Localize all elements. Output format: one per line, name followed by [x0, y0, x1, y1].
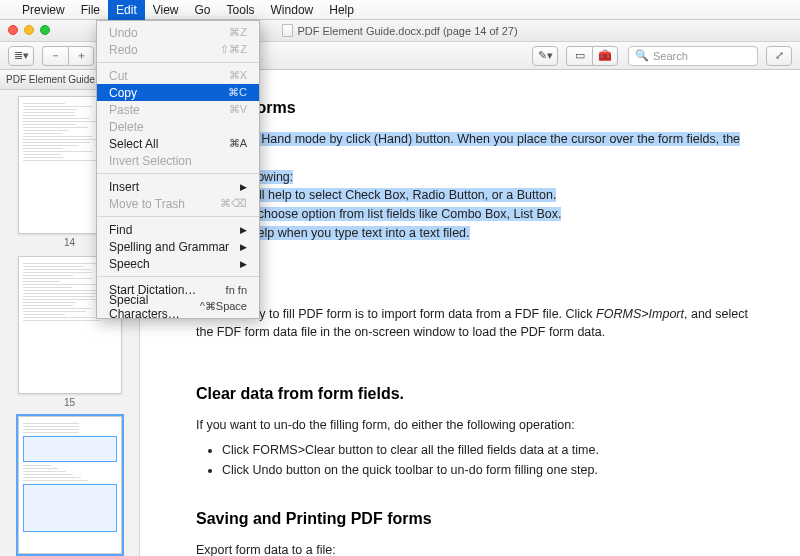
- zoom-window-button[interactable]: [40, 25, 50, 35]
- menu-item-find[interactable]: Find▶: [97, 221, 259, 238]
- menu-item-label: Spelling and Grammar: [109, 240, 229, 254]
- menubar: PreviewFileEditViewGoToolsWindowHelp: [0, 0, 800, 20]
- menu-item-label: Cut: [109, 69, 128, 83]
- menu-item-undo: Undo⌘Z: [97, 24, 259, 41]
- menu-item-spelling-and-grammar[interactable]: Spelling and Grammar▶: [97, 238, 259, 255]
- sidebar-toggle-button[interactable]: ≣▾: [8, 46, 34, 66]
- menu-item-label: Special Characters…: [109, 293, 200, 321]
- menu-item-label: Find: [109, 223, 132, 237]
- thumbnail-page-number: 14: [64, 237, 75, 248]
- menu-separator: [97, 62, 259, 63]
- menu-tools[interactable]: Tools: [219, 0, 263, 20]
- menu-help[interactable]: Help: [321, 0, 362, 20]
- menu-item-redo: Redo⇧⌘Z: [97, 41, 259, 58]
- search-placeholder: Search: [653, 50, 688, 62]
- menu-separator: [97, 276, 259, 277]
- menu-shortcut: ⌘C: [228, 86, 247, 99]
- menu-item-cut: Cut⌘X: [97, 67, 259, 84]
- menu-shortcut: ^⌘Space: [200, 300, 247, 313]
- menu-separator: [97, 173, 259, 174]
- bullet-list: Click FORMS>Clear button to clear all th…: [222, 441, 768, 480]
- paragraph: Export form data to a file:: [196, 541, 768, 556]
- menu-item-insert[interactable]: Insert▶: [97, 178, 259, 195]
- menu-item-speech[interactable]: Speech▶: [97, 255, 259, 272]
- thumbnail-page-16[interactable]: 16: [18, 416, 122, 556]
- menu-item-label: Speech: [109, 257, 150, 271]
- submenu-arrow-icon: ▶: [240, 259, 247, 269]
- menu-shortcut: fn fn: [226, 284, 247, 296]
- menu-shortcut: ⌘Z: [229, 26, 247, 39]
- list-item: Click Undo button on the quick toolbar t…: [222, 461, 768, 480]
- paragraph: , change to Hand mode by click (Hand) bu…: [196, 130, 768, 243]
- menu-item-label: Copy: [109, 86, 137, 100]
- paragraph: If you want to un-do the filling form, d…: [196, 416, 768, 435]
- submenu-arrow-icon: ▶: [240, 182, 247, 192]
- menu-item-label: Paste: [109, 103, 140, 117]
- zoom-out-button[interactable]: －: [42, 46, 68, 66]
- view-group: ≣▾: [8, 46, 34, 66]
- menu-item-label: Redo: [109, 43, 138, 57]
- menu-item-special-characters[interactable]: Special Characters…^⌘Space: [97, 298, 259, 315]
- annotate-button[interactable]: ✎▾: [532, 46, 558, 66]
- thumbnail-page-number: 15: [64, 397, 75, 408]
- menu-item-paste: Paste⌘V: [97, 101, 259, 118]
- menu-item-select-all[interactable]: Select All⌘A: [97, 135, 259, 152]
- window-title-text: PDF Element Guide.docx.pdf (page 14 of 2…: [297, 25, 517, 37]
- edit-menu-dropdown: Undo⌘ZRedo⇧⌘ZCut⌘XCopy⌘CPaste⌘VDeleteSel…: [96, 20, 260, 319]
- menu-go[interactable]: Go: [187, 0, 219, 20]
- menu-item-label: Invert Selection: [109, 154, 192, 168]
- menu-file[interactable]: File: [73, 0, 108, 20]
- menu-preview[interactable]: Preview: [14, 0, 73, 20]
- menu-shortcut: ⌘X: [229, 69, 247, 82]
- menu-item-label: Select All: [109, 137, 158, 151]
- highlight-button[interactable]: ▭: [566, 46, 592, 66]
- menu-shortcut: ⌘V: [229, 103, 247, 116]
- pdf-file-icon: [282, 24, 293, 37]
- heading-saving-printing: Saving and Printing PDF forms: [196, 507, 768, 531]
- sidebar-tab-label: PDF Element Guide.do: [6, 74, 109, 85]
- menu-window[interactable]: Window: [263, 0, 322, 20]
- paragraph: Another way to fill PDF form is to impor…: [196, 305, 768, 343]
- minimize-window-button[interactable]: [24, 25, 34, 35]
- menu-view[interactable]: View: [145, 0, 187, 20]
- list-item: Click FORMS>Clear button to clear all th…: [222, 441, 768, 460]
- close-window-button[interactable]: [8, 25, 18, 35]
- menu-shortcut: ⌘A: [229, 137, 247, 150]
- menu-item-invert-selection: Invert Selection: [97, 152, 259, 169]
- submenu-arrow-icon: ▶: [240, 242, 247, 252]
- menu-shortcut: ⇧⌘Z: [220, 43, 247, 56]
- window-title: PDF Element Guide.docx.pdf (page 14 of 2…: [282, 24, 517, 37]
- menu-item-move-to-trash: Move to Trash⌘⌫: [97, 195, 259, 212]
- highlighted-text: , change to Hand mode by click (Hand) bu…: [196, 132, 740, 165]
- thumbnail-preview: [18, 416, 122, 554]
- zoom-group: － ＋: [42, 46, 94, 66]
- menu-item-copy[interactable]: Copy⌘C: [97, 84, 259, 101]
- search-icon: 🔍: [635, 49, 649, 62]
- window-controls: [8, 25, 50, 35]
- menu-edit[interactable]: Edit: [108, 0, 145, 20]
- fullscreen-button[interactable]: ⤢: [766, 46, 792, 66]
- menu-separator: [97, 216, 259, 217]
- search-field[interactable]: 🔍 Search: [628, 46, 758, 66]
- menu-item-label: Move to Trash: [109, 197, 185, 211]
- menu-item-delete: Delete: [97, 118, 259, 135]
- heading-clear-data: Clear data from form fields.: [196, 382, 768, 406]
- menu-item-label: Insert: [109, 180, 139, 194]
- menu-item-label: Delete: [109, 120, 144, 134]
- menu-item-label: Undo: [109, 26, 138, 40]
- menu-shortcut: ⌘⌫: [220, 197, 247, 210]
- markup-button[interactable]: 🧰: [592, 46, 618, 66]
- heading-pdf-forms: in PDF forms: [196, 96, 768, 120]
- zoom-in-button[interactable]: ＋: [68, 46, 94, 66]
- submenu-arrow-icon: ▶: [240, 225, 247, 235]
